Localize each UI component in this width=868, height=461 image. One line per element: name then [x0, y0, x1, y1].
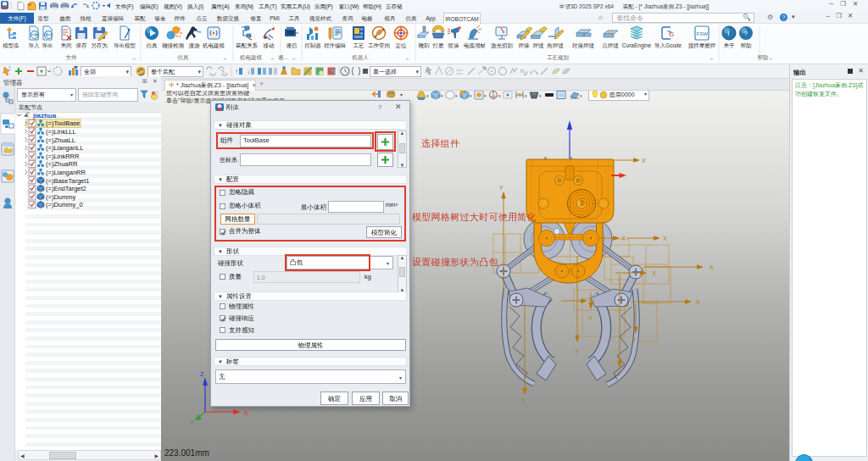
svg-text:(=)LianganRR: (=)LianganRR [46, 169, 86, 176]
svg-text:Y: Y [499, 185, 504, 191]
svg-text:X: X [243, 409, 248, 417]
svg-text:▾: ▾ [441, 93, 443, 98]
svg-text:Y: Y [521, 397, 526, 403]
svg-text:▾: ▾ [525, 93, 527, 98]
svg-text:▾: ▾ [498, 93, 501, 98]
svg-text:(=)Dummy: (=)Dummy [46, 193, 75, 201]
svg-text:↓: ↓ [247, 68, 250, 75]
svg-text:▾: ▾ [580, 93, 582, 98]
svg-text:↑: ↑ [235, 68, 238, 75]
svg-text:▾: ▾ [539, 93, 542, 98]
svg-text:(=)LinkRRR: (=)LinkRRR [46, 153, 80, 160]
svg-text:X: X [709, 264, 714, 270]
svg-text:(=)EndTarget2: (=)EndTarget2 [46, 185, 86, 192]
svg-text:X: X [663, 236, 667, 242]
svg-text:Y: Y [575, 348, 579, 354]
svg-text:▾: ▾ [484, 93, 487, 98]
svg-text:▾: ▾ [426, 93, 429, 98]
svg-text:Y: Y [617, 370, 621, 376]
svg-text:(=)LinkLLL: (=)LinkLLL [46, 128, 76, 136]
svg-text:▾: ▾ [470, 93, 472, 98]
svg-text:X: X [696, 299, 700, 305]
svg-text:X: X [621, 236, 626, 242]
svg-text:Y: Y [190, 419, 194, 425]
svg-text:X: X [642, 158, 646, 164]
svg-text:Y: Y [588, 315, 593, 321]
svg-text:(=)BaseTarget1: (=)BaseTarget1 [46, 177, 90, 185]
svg-text:?: ? [744, 30, 748, 37]
svg-text:FSW: FSW [697, 31, 709, 36]
svg-text:▾: ▾ [400, 92, 403, 97]
svg-text:(=)LianganLL: (=)LianganLL [46, 144, 83, 152]
svg-text:Y: Y [632, 336, 637, 342]
svg-text:✕: ✕ [543, 156, 548, 161]
svg-text:jiazhua: jiazhua [32, 112, 57, 119]
svg-text:(=)ZhuaLL: (=)ZhuaLL [46, 136, 75, 144]
svg-text:▾: ▾ [455, 93, 458, 98]
svg-text:Z: Z [200, 370, 204, 378]
svg-text:G: G [669, 31, 674, 38]
svg-text:i: i [728, 30, 730, 37]
svg-text:(=)ToolBase: (=)ToolBase [46, 119, 80, 127]
svg-text:(=)Dummy_0: (=)Dummy_0 [46, 201, 83, 208]
svg-text:X: X [652, 270, 656, 276]
svg-text:(=)ZhuaRR: (=)ZhuaRR [46, 160, 78, 168]
